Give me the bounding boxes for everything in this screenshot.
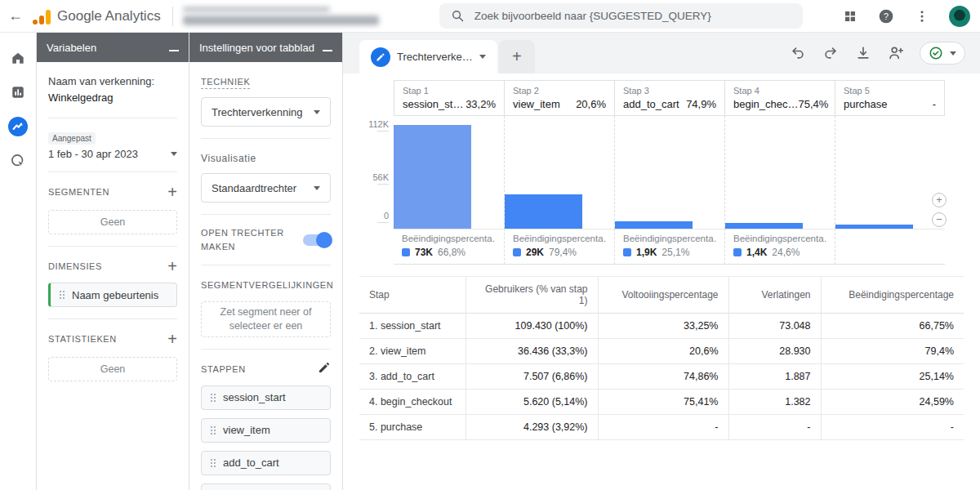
technique-label: TECHNIEK (201, 77, 250, 89)
drag-handle-icon[interactable] (210, 458, 216, 468)
avatar[interactable] (949, 6, 970, 27)
table-cell: 73.048 (728, 314, 821, 339)
open-funnel-toggle[interactable] (303, 234, 331, 246)
nav-home-icon[interactable] (7, 47, 29, 69)
zoom-out-icon[interactable]: − (932, 212, 947, 227)
technique-value: Trechterverkenning (212, 106, 303, 118)
funnel-plot-cell (614, 116, 724, 229)
date-range-value: 1 feb - 30 apr 2023 (48, 148, 138, 160)
table-cell: 25,14% (821, 364, 964, 390)
funnel-bar[interactable] (394, 125, 471, 229)
y-axis: 112K 56K 0 (359, 80, 394, 265)
saved-status-button[interactable] (920, 42, 965, 65)
steps-section: STAPPEN session_start view_item add_to_c… (201, 350, 331, 490)
download-icon[interactable] (854, 44, 872, 62)
date-range-selector[interactable]: 1 feb - 30 apr 2023 (48, 148, 177, 160)
drag-handle-icon[interactable] (210, 393, 216, 403)
date-range-section: Aangepast 1 feb - 30 apr 2023 (48, 118, 177, 172)
funnel-bar[interactable] (725, 223, 803, 229)
add-tab-button[interactable]: + (499, 40, 535, 74)
abandonment-label: Beëindigingspercenta… (402, 234, 496, 243)
more-menu-icon[interactable] (913, 7, 931, 25)
dimension-chip-label: Naam gebeurtenis (72, 289, 158, 301)
abandonment-label: Beëindigingspercenta… (733, 234, 826, 243)
metrics-label: STATISTIEKEN (48, 334, 117, 344)
funnel-step-column[interactable]: Stap 5 purchase - (835, 80, 945, 265)
funnel-step-column[interactable]: Stap 1 session_st… 33,2% Beëindigingsper… (394, 80, 504, 265)
funnel-bar[interactable] (615, 221, 693, 229)
step-chip[interactable]: begin_checkout (201, 483, 331, 490)
funnel-bar[interactable] (835, 225, 913, 229)
apps-grid-icon[interactable] (841, 7, 859, 25)
technique-select[interactable]: Trechterverkenning (201, 97, 331, 127)
visualisation-select[interactable]: Standaardtrechter (201, 173, 331, 203)
funnel-plot-cell (394, 116, 504, 229)
segments-empty-button[interactable]: Geen (48, 210, 177, 234)
funnel-step-rate: 33,2% (466, 98, 496, 110)
nav-advertising-icon[interactable] (7, 150, 29, 172)
table-cell: 66,75% (821, 314, 964, 339)
funnel-bar[interactable] (505, 194, 582, 229)
add-metric-icon[interactable]: + (167, 331, 177, 347)
search-input[interactable]: Zoek bijvoorbeeld naar {SUGGESTED_QUERY} (439, 3, 803, 29)
share-user-icon[interactable] (887, 44, 905, 62)
table-cell: 1.887 (728, 364, 821, 390)
metrics-empty-button[interactable]: Geen (48, 357, 177, 381)
table-row[interactable]: 2. view_item 36.436 (33,3%) 20,6% 28.930… (359, 339, 964, 364)
property-name-blurred[interactable] (183, 7, 387, 25)
abandonment-value: 1,4K (746, 247, 767, 258)
step-chip[interactable]: add_to_cart (201, 451, 331, 475)
variables-panel-header: Variabelen (37, 33, 189, 62)
table-row[interactable]: 4. begin_checkout 5.620 (5,14%) 75,41% 1… (359, 390, 964, 415)
segment-drop-target[interactable]: Zet segment neer of selecteer er een (201, 301, 331, 337)
chevron-down-icon (171, 152, 177, 156)
table-row[interactable]: 3. add_to_cart 7.507 (6,86%) 74,86% 1.88… (359, 364, 964, 390)
redo-icon[interactable] (822, 44, 840, 62)
drag-handle-icon[interactable] (210, 425, 216, 435)
table-cell: 3. add_to_cart (359, 364, 466, 390)
funnel-step-column[interactable]: Stap 4 begin_chec… 75,4% Beëindigingsper… (724, 80, 835, 265)
step-chip-label: add_to_cart (223, 457, 279, 469)
funnel-columns: Stap 1 session_st… 33,2% Beëindigingsper… (394, 80, 945, 265)
table-cell: 4. begin_checkout (359, 390, 466, 415)
table-cell: - (598, 415, 728, 440)
step-chip[interactable]: view_item (201, 418, 331, 443)
table-cell: 5.620 (5,14%) (466, 390, 598, 415)
divider (172, 7, 173, 26)
table-cell: 7.507 (6,86%) (466, 364, 598, 390)
undo-icon[interactable] (789, 44, 807, 62)
funnel-step-name: add_to_cart (623, 98, 679, 110)
funnel-step-name: begin_chec… (733, 98, 799, 110)
table-cell: 20,6% (598, 339, 728, 364)
back-icon[interactable]: ← (8, 7, 28, 24)
funnel-step-header: Stap 2 view_item 20,6% (504, 80, 614, 116)
add-segment-icon[interactable]: + (167, 184, 177, 200)
add-dimension-icon[interactable]: + (167, 258, 177, 274)
nav-explore-icon[interactable] (7, 116, 29, 137)
funnel-abandonment-cell: Beëindigingspercenta… 29K 79,4% (504, 229, 614, 265)
table-cell: 5. purchase (359, 415, 466, 440)
chevron-down-icon (950, 51, 956, 56)
abandonment-label: Beëindigingspercenta… (623, 234, 716, 243)
tab-funnel-exploration[interactable]: Trechterverke… (359, 40, 497, 74)
funnel-step-column[interactable]: Stap 2 view_item 20,6% Beëindigingsperce… (504, 80, 614, 265)
minimize-icon[interactable] (169, 43, 179, 51)
minimize-icon[interactable] (323, 43, 332, 51)
table-cell: 74,86% (598, 364, 728, 390)
open-funnel-label: OPEN TRECHTER MAKEN (201, 226, 296, 253)
step-chip[interactable]: session_start (201, 385, 331, 410)
drag-handle-icon[interactable] (59, 290, 65, 300)
dimension-chip[interactable]: Naam gebeurtenis (48, 283, 177, 307)
zoom-in-icon[interactable]: + (932, 193, 947, 207)
exploration-name-value[interactable]: Winkelgedrag (48, 90, 177, 106)
funnel-step-column[interactable]: Stap 3 add_to_cart 74,9% Beëindigingsper… (614, 80, 724, 265)
table-row[interactable]: 5. purchase 4.293 (3,92%) - - - (359, 415, 964, 440)
edit-steps-icon[interactable] (318, 361, 331, 377)
table-row[interactable]: 1. session_start 109.430 (100%) 33,25% 7… (359, 314, 964, 339)
help-icon[interactable]: ? (877, 7, 895, 25)
metrics-section: STATISTIEKEN + Geen (48, 319, 177, 393)
funnel-step-rate: 74,9% (686, 98, 716, 110)
abandonment-percent: 79,4% (549, 247, 577, 258)
funnel-plot-cell (835, 116, 945, 229)
nav-reports-icon[interactable] (7, 82, 29, 103)
